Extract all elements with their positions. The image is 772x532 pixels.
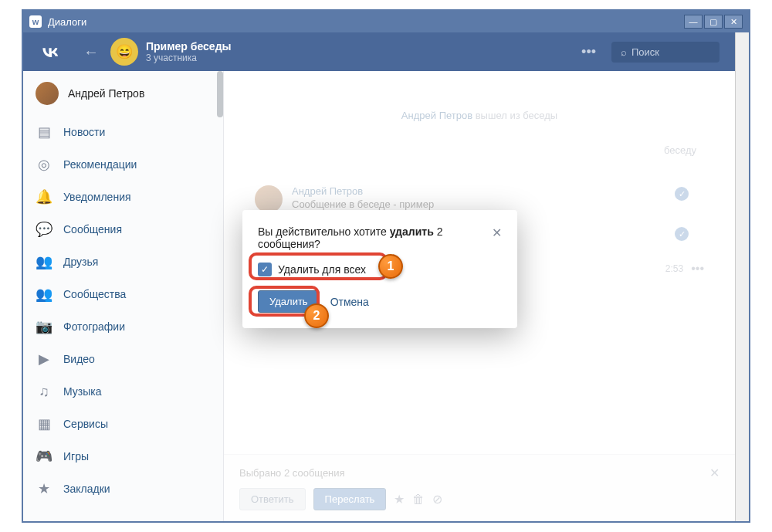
sidebar-profile[interactable]: Андрей Петров (23, 71, 223, 116)
chat-title: Пример беседы (146, 40, 566, 53)
compass-icon: ◎ (36, 156, 52, 173)
app-header: ← 😄 Пример беседы 3 участника ••• ⌕ Поис… (23, 32, 735, 71)
dialog-close-icon[interactable]: ✕ (492, 225, 502, 240)
profile-avatar (36, 82, 59, 105)
more-icon[interactable]: ••• (581, 44, 596, 60)
window-scrollbar[interactable] (735, 32, 749, 521)
friends-icon: 👥 (36, 253, 52, 270)
maximize-button[interactable]: ▢ (704, 15, 723, 29)
video-icon: ▶ (36, 351, 52, 368)
dialog-message: Вы действительно хотите удалить 2 сообще… (258, 225, 492, 250)
sidebar-item-messages[interactable]: 💬Сообщения (23, 213, 223, 246)
communities-icon: 👥 (36, 286, 52, 303)
chat-avatar[interactable]: 😄 (110, 38, 138, 66)
services-icon: ▦ (36, 415, 52, 432)
cancel-link[interactable]: Отмена (330, 296, 369, 308)
sidebar-item-photos[interactable]: 📷Фотографии (23, 310, 223, 343)
sidebar: Андрей Петров ▤Новости ◎Рекомендации 🔔Ув… (23, 71, 224, 521)
sidebar-item-services[interactable]: ▦Сервисы (23, 408, 223, 440)
chat-subtitle: 3 участника (146, 53, 566, 63)
sidebar-item-friends[interactable]: 👥Друзья (23, 246, 223, 278)
news-icon: ▤ (36, 124, 52, 141)
sidebar-item-recommendations[interactable]: ◎Рекомендации (23, 148, 223, 181)
window-title: Диалоги (48, 16, 86, 28)
sidebar-item-music[interactable]: ♫Музыка (23, 375, 223, 408)
search-input[interactable]: ⌕ Поиск (611, 42, 720, 63)
window-titlebar: w Диалоги — ▢ ✕ (23, 11, 749, 32)
sidebar-item-notifications[interactable]: 🔔Уведомления (23, 181, 223, 213)
star-icon: ★ (36, 480, 52, 497)
close-button[interactable]: ✕ (724, 15, 743, 29)
app-icon: w (29, 15, 42, 28)
camera-icon: 📷 (36, 318, 52, 335)
music-icon: ♫ (36, 383, 52, 400)
sidebar-item-news[interactable]: ▤Новости (23, 116, 223, 148)
sidebar-item-video[interactable]: ▶Видео (23, 343, 223, 375)
checkbox-icon: ✓ (258, 263, 272, 276)
bell-icon: 🔔 (36, 188, 52, 205)
games-icon: 🎮 (36, 448, 52, 465)
back-arrow-icon[interactable]: ← (83, 43, 99, 61)
annotation-badge: 2 (304, 303, 329, 328)
sidebar-item-bookmarks[interactable]: ★Закладки (23, 473, 223, 505)
sidebar-item-games[interactable]: 🎮Игры (23, 440, 223, 473)
vk-logo-icon (39, 41, 60, 63)
search-icon: ⌕ (621, 46, 627, 58)
message-icon: 💬 (36, 221, 52, 238)
annotation-badge: 1 (378, 254, 403, 279)
minimize-button[interactable]: — (684, 15, 703, 29)
sidebar-item-communities[interactable]: 👥Сообщества (23, 278, 223, 310)
sidebar-scrollbar[interactable] (217, 71, 223, 117)
